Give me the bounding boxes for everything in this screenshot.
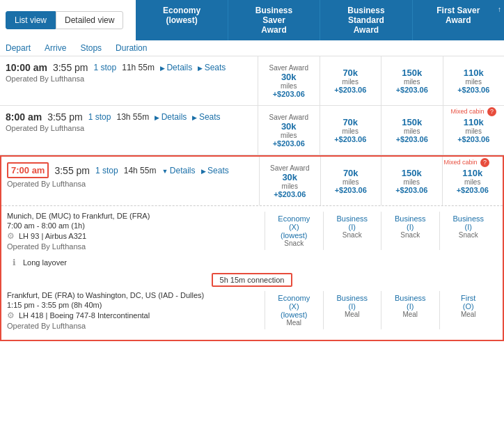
biz-standard-price[interactable]: 150k miles +$203.06 [381, 106, 443, 155]
aircraft-icon: ⚙ [7, 231, 15, 241]
leg-1-flight: ⚙ LH 93 | Airbus A321 [7, 231, 259, 241]
operated-by: Operated By Lufthansa [7, 180, 253, 188]
leg-1-biz-standard: Business(I) Snack [381, 212, 439, 250]
flight-row: 10:00 am 3:55 pm 1 stop 11h 55m Details … [0, 56, 504, 106]
duration: 11h 55m [122, 63, 155, 72]
business-standard-header: BusinessStandardAward [320, 0, 412, 40]
flight-times: 8:00 am 3:55 pm 1 stop 13h 55m Details S… [6, 111, 252, 123]
leg-2-time: 1:15 pm - 3:55 pm (8h 40m) [7, 301, 259, 309]
leg-2-route: Frankfurt, DE (FRA) to Washington, DC, U… [7, 291, 259, 299]
view-toggle: List view Detailed view [0, 0, 129, 40]
mixed-cabin-help[interactable]: ? [487, 107, 496, 116]
long-layover-text: Long layover [23, 258, 67, 267]
leg-1-info: Munich, DE (MUC) to Frankfurt, DE (FRA) … [7, 212, 265, 251]
leg-2-biz-saver: Business(I) Meal [323, 291, 381, 329]
biz-saver-price[interactable]: 70k miles +$203.06 [320, 157, 381, 205]
leg-2-row: Frankfurt, DE (FRA) to Washington, DC, U… [7, 291, 497, 330]
flight-left: 10:00 am 3:55 pm 1 stop 11h 55m Details … [0, 56, 258, 105]
flight-main: 7:00 am 3:55 pm 1 stop 14h 55m Details S… [1, 157, 503, 205]
flight-row: 8:00 am 3:55 pm 1 stop 13h 55m Details S… [0, 106, 504, 155]
details-link[interactable]: Details [155, 112, 187, 122]
long-layover-row: ℹ Long layover [7, 255, 497, 270]
flight-times: 10:00 am 3:55 pm 1 stop 11h 55m Details … [6, 62, 252, 73]
operated-by: Operated By Lufthansa [6, 124, 252, 132]
detailed-view-button[interactable]: Detailed view [56, 11, 123, 29]
connection-badge: 5h 15m connection [212, 273, 293, 287]
flight-details: Munich, DE (MUC) to Frankfurt, DE (FRA) … [1, 205, 503, 340]
mixed-cabin-help[interactable]: ? [480, 158, 489, 167]
leg-1-row: Munich, DE (MUC) to Frankfurt, DE (FRA) … [7, 212, 497, 251]
seats-link[interactable]: Seats [201, 166, 229, 175]
duration: 13h 55m [116, 112, 149, 122]
leg-2-operated: Operated By Lufthansa [7, 322, 259, 330]
biz-standard-price[interactable]: 150k miles +$203.06 [381, 56, 443, 105]
economy-header: Economy(lowest) [136, 0, 228, 40]
leg-1-flight-num: LH 93 | Airbus A321 [19, 232, 86, 240]
stops: 1 stop [94, 63, 117, 72]
details-link-expanded[interactable]: Details [162, 166, 195, 175]
flight-left: 7:00 am 3:55 pm 1 stop 14h 55m Details S… [1, 157, 259, 205]
leg-1-biz-saver: Business(I) Snack [323, 212, 381, 250]
leg-2-first: First(O) Meal [439, 291, 498, 329]
business-saver-header: BusinessSaverAward [228, 0, 320, 40]
stops: 1 stop [88, 112, 111, 122]
price-cells: Saver Award 30k miles +$203.06 70k miles… [259, 157, 503, 205]
stops-header: Stops [80, 43, 102, 53]
mixed-cabin-label: Mixed cabin ? [444, 158, 490, 167]
leg-2-flight-num: LH 418 | Boeing 747-8 Intercontinental [19, 311, 150, 320]
leg-2-flight: ⚙ LH 418 | Boeing 747-8 Intercontinental [7, 311, 259, 320]
arrive-time: 3:55 pm [54, 165, 90, 176]
flight-row-highlighted: 7:00 am 3:55 pm 1 stop 14h 55m Details S… [0, 155, 504, 341]
seats-link[interactable]: Seats [198, 63, 226, 72]
flight-main: 8:00 am 3:55 pm 1 stop 13h 55m Details S… [0, 106, 504, 155]
seats-link[interactable]: Seats [192, 112, 220, 122]
leg-2-biz-standard: Business(I) Meal [381, 291, 439, 329]
flight-main: 10:00 am 3:55 pm 1 stop 11h 55m Details … [0, 56, 504, 105]
arrive-header: Arrive [45, 43, 66, 53]
economy-price[interactable]: Saver Award 30k miles +$203.06 [258, 106, 320, 155]
column-headers: Economy(lowest) BusinessSaverAward Busin… [136, 0, 504, 40]
mixed-cabin-label: Mixed cabin ? [445, 107, 503, 116]
leg-2-cabins: Economy(X)(lowest) Meal Business(I) Meal… [265, 291, 497, 329]
arrive-time: 3:55 pm [53, 62, 88, 73]
depart-time-highlighted: 7:00 am [7, 162, 49, 178]
depart-header: Depart [6, 43, 31, 53]
sort-arrow-icon: ↑ [498, 6, 501, 13]
leg-1-cabins: Economy(X)(lowest) Snack Business(I) Sna… [265, 212, 497, 250]
leg-2-info: Frankfurt, DE (FRA) to Washington, DC, U… [7, 291, 265, 330]
list-view-button[interactable]: List view [6, 11, 56, 29]
layover-info-icon: ℹ [13, 258, 16, 267]
economy-price[interactable]: Saver Award 30k miles +$203.06 [259, 157, 320, 205]
first-saver-price[interactable]: Mixed cabin ? 110k miles +$203.06 [443, 106, 505, 155]
leg-1-route: Munich, DE (MUC) to Frankfurt, DE (FRA) [7, 212, 259, 220]
main-container: List view Detailed view Economy(lowest) … [0, 0, 504, 341]
sub-header-row: Depart Arrive Stops Duration [0, 40, 504, 56]
duration-header: Duration [116, 43, 147, 53]
first-saver-price[interactable]: Mixed cabin ? 110k miles +$203.06 [442, 157, 503, 205]
price-cells: Saver Award 30k miles +$203.06 70k miles… [258, 56, 504, 105]
duration: 14h 55m [124, 166, 157, 175]
depart-time: 8:00 am [6, 111, 42, 123]
connection-separator: 5h 15m connection [7, 273, 497, 287]
leg-2-economy: Economy(X)(lowest) Meal [265, 291, 323, 329]
economy-price[interactable]: Saver Award 30k miles +$203.06 [258, 56, 320, 105]
depart-time: 10:00 am [6, 62, 47, 73]
operated-by: Operated By Lufthansa [6, 74, 252, 83]
leg-1-economy: Economy(X)(lowest) Snack [265, 212, 323, 250]
first-saver-price[interactable]: 110k miles +$203.06 [443, 56, 505, 105]
arrive-time: 3:55 pm [47, 111, 83, 123]
details-link[interactable]: Details [160, 63, 192, 72]
leg-1-time: 7:00 am - 8:00 am (1h) [7, 221, 259, 230]
flight-left: 8:00 am 3:55 pm 1 stop 13h 55m Details S… [0, 106, 258, 155]
aircraft-icon-2: ⚙ [7, 311, 15, 320]
biz-standard-price[interactable]: 150k miles +$203.06 [381, 157, 442, 205]
first-saver-header: First SaverAward ↑ [413, 0, 504, 40]
stops: 1 stop [95, 166, 118, 175]
price-cells: Saver Award 30k miles +$203.06 70k miles… [258, 106, 504, 155]
biz-saver-price[interactable]: 70k miles +$203.06 [320, 106, 381, 155]
leg-1-operated: Operated By Lufthansa [7, 242, 259, 251]
biz-saver-price[interactable]: 70k miles +$203.06 [320, 56, 381, 105]
flight-times: 7:00 am 3:55 pm 1 stop 14h 55m Details S… [7, 162, 253, 178]
header-row: List view Detailed view Economy(lowest) … [0, 0, 504, 40]
flight-info-headers: Depart Arrive Stops Duration [0, 43, 258, 53]
